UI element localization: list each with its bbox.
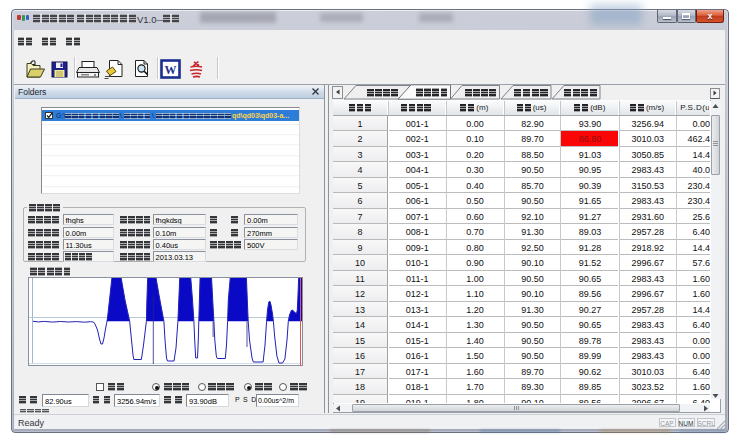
svg-text:W: W: [165, 63, 177, 77]
